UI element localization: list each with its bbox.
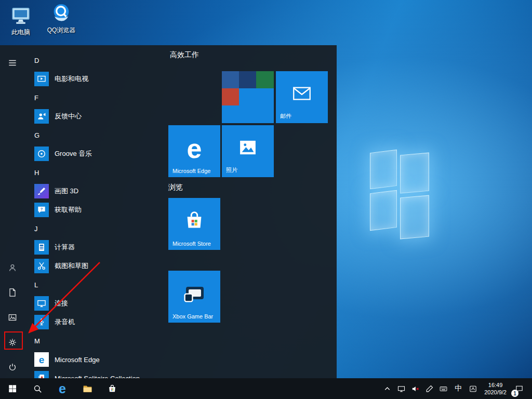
hamburger-menu-button[interactable]	[6, 57, 19, 69]
edge-icon: e	[34, 352, 49, 367]
svg-text:?: ?	[41, 207, 43, 211]
tile-label: Microsoft Store	[172, 241, 211, 247]
network-icon	[397, 384, 406, 393]
app-tile-xbox-game-bar[interactable]: Xbox Game Bar	[168, 271, 220, 323]
desktop-icon-label: 此电脑	[11, 29, 30, 36]
app-label: Microsoft Edge	[55, 356, 100, 364]
user-icon	[7, 262, 18, 273]
letter-label: H	[34, 169, 39, 177]
app-label: 获取帮助	[55, 205, 82, 215]
tile-label: 照片	[226, 166, 237, 174]
power-button[interactable]	[6, 361, 19, 374]
mosaic-square	[222, 71, 239, 88]
system-tray: 中 16:49 2020/9/2 1	[380, 378, 532, 399]
app-list-item-snip-sketch[interactable]: 截图和草图	[34, 257, 168, 275]
app-list-letter-d[interactable]: D	[34, 51, 168, 70]
app-list-letter-h[interactable]: H	[34, 163, 168, 182]
settings-button[interactable]	[6, 336, 19, 349]
mosaic-square	[222, 88, 239, 105]
app-list-item-get-help[interactable]: ? 获取帮助	[34, 201, 168, 219]
edge-glyph: e	[39, 355, 45, 365]
edge-icon: e	[59, 382, 66, 395]
app-label: 录音机	[55, 317, 75, 327]
xbox-game-bar-icon	[182, 287, 207, 307]
photos-icon	[237, 143, 259, 160]
app-list-letter-m[interactable]: M	[34, 331, 168, 350]
power-icon	[7, 362, 18, 373]
microsoft-store-icon	[182, 215, 206, 234]
taskbar-search-button[interactable]	[25, 378, 50, 399]
volume-tray-button[interactable]	[408, 378, 422, 399]
app-list-item-feedback-hub[interactable]: 反馈中心	[34, 107, 168, 126]
pictures-button[interactable]	[6, 311, 19, 324]
taskbar-file-explorer-button[interactable]	[75, 378, 100, 399]
tile-group-title-productivity[interactable]: 高效工作	[170, 50, 199, 60]
documents-button[interactable]	[6, 286, 19, 299]
app-label: Groove 音乐	[55, 149, 92, 158]
letter-label: D	[34, 57, 39, 64]
clock-time: 16:49	[484, 381, 507, 389]
app-list-item-calculator[interactable]: 计算器	[34, 238, 168, 257]
windows-ink-button[interactable]	[422, 378, 436, 399]
input-indicator-icon	[469, 384, 477, 393]
qq-browser-icon	[42, 2, 81, 26]
action-center-button[interactable]: 1	[511, 378, 530, 399]
taskbar-store-button[interactable]	[100, 378, 125, 399]
connect-icon	[34, 296, 49, 311]
taskbar: e 中 16:49 2020/9/2 1	[0, 378, 532, 399]
mosaic-square	[256, 71, 274, 88]
start-button[interactable]	[0, 378, 25, 399]
movies-tv-icon	[34, 72, 49, 86]
groove-music-icon	[34, 147, 49, 161]
calculator-icon	[34, 240, 49, 255]
chevron-up-icon	[383, 384, 392, 393]
ime-mode-icon[interactable]	[466, 378, 480, 399]
app-tile-photos[interactable]: 照片	[222, 125, 274, 177]
tile-group-title-explore[interactable]: 浏览	[168, 183, 183, 192]
app-list-item-microsoft-edge[interactable]: e Microsoft Edge	[34, 350, 168, 369]
hidden-icons-button[interactable]	[380, 378, 394, 399]
letter-label: J	[34, 225, 38, 233]
taskbar-clock[interactable]: 16:49 2020/9/2	[480, 381, 511, 396]
start-app-list: D 电影和电视 F 反馈中心 G Groove 音乐 H 画图 3D ? 获取帮…	[25, 45, 168, 378]
edge-icon: e	[187, 135, 202, 162]
desktop-icon-this-pc[interactable]: 此电脑	[1, 4, 41, 37]
get-help-icon: ?	[34, 203, 49, 217]
microsoft-store-icon	[107, 383, 117, 394]
app-list-item-connect[interactable]: 连接	[34, 294, 168, 313]
app-list-letter-l[interactable]: L	[34, 275, 168, 294]
app-label: 计算器	[55, 243, 75, 252]
windows-logo-pane	[400, 153, 429, 194]
touch-keyboard-button[interactable]	[436, 378, 450, 399]
app-list-letter-f[interactable]: F	[34, 88, 168, 107]
app-list-item-movies-tv[interactable]: 电影和电视	[34, 70, 168, 88]
letter-label: L	[34, 281, 38, 289]
app-list-item-groove-music[interactable]: Groove 音乐	[34, 144, 168, 163]
app-tile-store[interactable]: Microsoft Store	[168, 198, 220, 250]
app-list-item-voice-recorder[interactable]: 录音机	[34, 313, 168, 331]
letter-label: M	[34, 337, 40, 345]
app-tile-edge[interactable]: e Microsoft Edge	[168, 125, 220, 177]
network-tray-button[interactable]	[394, 378, 408, 399]
app-list-item-paint-3d[interactable]: 画图 3D	[34, 182, 168, 201]
hamburger-icon	[7, 58, 18, 68]
app-list-letter-g[interactable]: G	[34, 126, 168, 144]
app-list-item-solitaire[interactable]: Microsoft Solitaire Collection	[34, 369, 168, 378]
volume-muted-icon	[411, 384, 420, 393]
snip-sketch-icon	[34, 259, 49, 273]
desktop-icon-label: QQ浏览器	[47, 26, 76, 34]
user-account-button[interactable]	[6, 261, 19, 274]
app-tile-office-mosaic[interactable]	[222, 71, 274, 123]
voice-recorder-icon	[34, 315, 49, 329]
ime-language-indicator[interactable]: 中	[450, 378, 466, 399]
this-pc-icon	[1, 4, 41, 28]
app-list-letter-j[interactable]: J	[34, 219, 168, 238]
letter-label: F	[34, 94, 38, 102]
search-icon	[33, 384, 43, 394]
notification-badge: 1	[511, 390, 518, 397]
desktop-icon-qq-browser[interactable]: QQ浏览器	[42, 2, 81, 35]
windows-logo-pane	[370, 150, 397, 189]
keyboard-icon	[439, 384, 448, 393]
app-tile-mail[interactable]: 邮件	[276, 71, 328, 123]
taskbar-edge-button[interactable]: e	[50, 378, 75, 399]
